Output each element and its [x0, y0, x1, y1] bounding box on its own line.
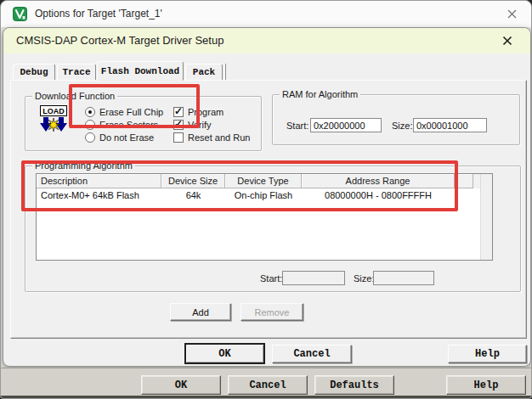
- radio-label: Erase Sectors: [99, 120, 158, 130]
- load-arrows-star-icon: [38, 117, 69, 136]
- algorithm-table-header[interactable]: Description Device Size Device Type Addr…: [37, 174, 492, 188]
- tab-label: Debug: [20, 67, 48, 77]
- column-header-description[interactable]: Description: [37, 174, 161, 188]
- column-header-device-type[interactable]: Device Type: [225, 174, 302, 188]
- ram-start-input[interactable]: [310, 118, 382, 132]
- checkbox-label: Verify: [188, 120, 212, 130]
- outer-cancel-label: Cancel: [249, 379, 286, 391]
- window-bottom-edge: [1, 396, 532, 399]
- load-flash-icon: LOAD: [37, 105, 70, 138]
- dialog-help-button[interactable]: Help: [448, 345, 527, 363]
- table-scrollbar[interactable]: [480, 174, 492, 260]
- ok-button-label: OK: [218, 348, 230, 360]
- ram-size-label: Size:: [392, 121, 412, 131]
- programming-algorithm-group-label: Programming Algorithm: [32, 160, 135, 171]
- radio-label: Erase Full Chip: [99, 107, 163, 117]
- remove-button: Remove: [241, 303, 303, 321]
- dialog-titlebar: CMSIS-DAP Cortex-M Target Driver Setup: [3, 28, 530, 53]
- cmsis-dap-setup-dialog: CMSIS-DAP Cortex-M Target Driver Setup D…: [3, 27, 531, 367]
- table-row[interactable]: Cortex-M0+ 64kB Flash 64k On-chip Flash …: [37, 188, 492, 202]
- cancel-button-label: Cancel: [293, 348, 330, 360]
- tab-label: Pack: [193, 67, 215, 77]
- cell-address-range: 08000000H - 0800FFFFH: [302, 188, 455, 202]
- tab-label: Trace: [62, 67, 90, 77]
- ram-size-input[interactable]: [413, 118, 487, 132]
- keil-uvision-icon: [13, 7, 27, 21]
- tab-flash-download[interactable]: Flash Download: [97, 61, 184, 81]
- dialog-title: CMSIS-DAP Cortex-M Target Driver Setup: [16, 34, 224, 47]
- radio-erase-sectors[interactable]: Erase Sectors: [85, 119, 158, 131]
- radio-icon: [85, 120, 95, 130]
- checkbox-reset-and-run[interactable]: Reset and Run: [173, 132, 250, 143]
- outer-bottom-bar: OK Cancel Defaults Help: [1, 368, 532, 396]
- outer-window-title: Options for Target 'Target_1': [35, 8, 162, 20]
- algo-size-label: Size:: [354, 273, 374, 284]
- ram-group-label: RAM for Algorithm: [280, 89, 360, 99]
- outer-defaults-button[interactable]: Defaults: [314, 375, 394, 395]
- tab-trace[interactable]: Trace: [57, 64, 96, 81]
- checkbox-verify[interactable]: Verify: [173, 119, 212, 131]
- help-button-label: Help: [475, 348, 500, 360]
- algo-size-input: [373, 271, 434, 285]
- column-header-address-range[interactable]: Address Range: [302, 174, 455, 188]
- outer-cancel-button[interactable]: Cancel: [228, 375, 308, 395]
- outer-help-label: Help: [474, 379, 499, 391]
- radio-icon: [85, 132, 95, 143]
- ram-start-label: Start:: [286, 121, 308, 131]
- algorithm-table[interactable]: Description Device Size Device Type Addr…: [36, 173, 493, 261]
- load-icon-text: LOAD: [40, 105, 67, 116]
- tab-strip-divider: [224, 64, 226, 80]
- flash-download-tabpage: Download Function LOAD Erase Full Chip E…: [10, 80, 527, 339]
- radio-icon: [85, 107, 95, 117]
- radio-erase-full-chip[interactable]: Erase Full Chip: [85, 106, 163, 118]
- remove-button-label: Remove: [255, 307, 290, 318]
- radio-do-not-erase[interactable]: Do not Erase: [85, 132, 154, 143]
- tab-debug[interactable]: Debug: [13, 64, 55, 81]
- outer-titlebar: Options for Target 'Target_1': [1, 1, 532, 27]
- outer-ok-label: OK: [175, 379, 187, 391]
- ram-for-algorithm-group: RAM for Algorithm Start: Size:: [272, 94, 520, 145]
- checkbox-program[interactable]: Program: [173, 106, 224, 118]
- tab-pack[interactable]: Pack: [185, 64, 223, 81]
- checkbox-label: Reset and Run: [188, 132, 250, 143]
- dialog-ok-button[interactable]: OK: [184, 343, 265, 364]
- outer-help-button[interactable]: Help: [446, 375, 526, 395]
- algo-start-input: [282, 271, 345, 285]
- outer-ok-button[interactable]: OK: [141, 375, 221, 395]
- tab-label: Flash Download: [101, 66, 179, 76]
- algo-start-label: Start:: [260, 273, 282, 284]
- checkbox-icon: [173, 107, 184, 117]
- dialog-cancel-button[interactable]: Cancel: [272, 345, 352, 363]
- outer-close-icon[interactable]: [501, 5, 523, 23]
- checkbox-icon: [173, 120, 184, 130]
- download-function-group: Download Function LOAD Erase Full Chip E…: [25, 96, 262, 151]
- column-header-blank: [455, 174, 473, 188]
- checkbox-icon: [173, 132, 184, 143]
- cell-description: Cortex-M0+ 64kB Flash: [37, 188, 161, 202]
- outer-defaults-label: Defaults: [330, 379, 379, 391]
- download-function-group-label: Download Function: [32, 91, 117, 101]
- cell-device-type: On-chip Flash: [225, 188, 302, 202]
- checkbox-label: Program: [188, 107, 224, 117]
- add-button-label: Add: [192, 307, 209, 318]
- radio-label: Do not Erase: [99, 132, 154, 143]
- add-button[interactable]: Add: [170, 303, 231, 321]
- options-for-target-window: Options for Target 'Target_1' CMSIS-DAP …: [0, 0, 532, 399]
- dialog-close-icon[interactable]: [496, 31, 518, 50]
- cell-device-size: 64k: [161, 188, 225, 202]
- programming-algorithm-group: Programming Algorithm Description Device…: [25, 166, 521, 292]
- column-header-device-size[interactable]: Device Size: [161, 174, 225, 188]
